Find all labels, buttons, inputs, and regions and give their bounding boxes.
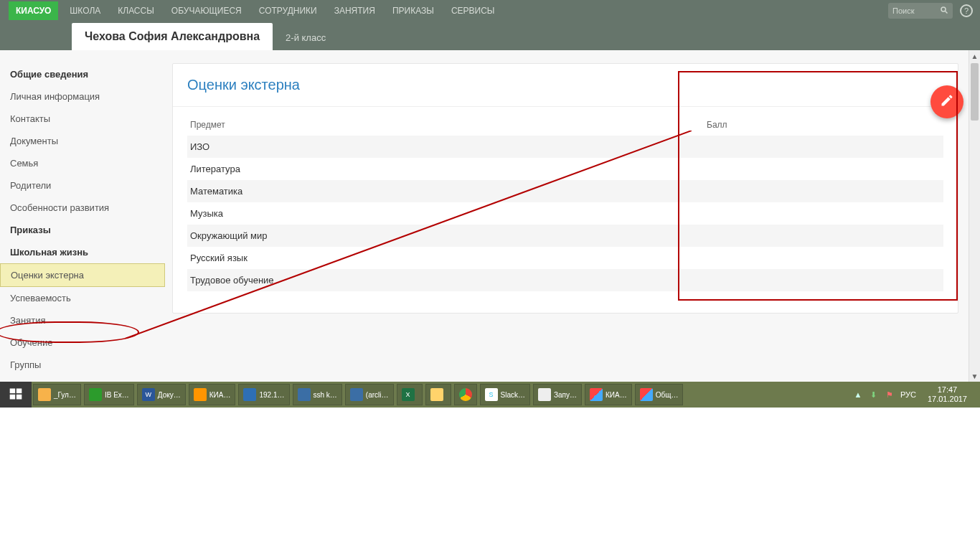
cell-subject: Трудовое обучение <box>190 275 941 286</box>
taskbar-item[interactable]: КИА… <box>189 384 236 405</box>
taskbar-label: Общ… <box>656 391 679 399</box>
search-icon <box>940 6 948 16</box>
cell-subject: Окружающий мир <box>190 230 941 241</box>
top-navbar: КИАСУО ШКОЛА КЛАССЫ ОБУЧАЮЩИЕСЯ СОТРУДНИ… <box>0 0 980 22</box>
sidebar-section-school-life: Школьная жизнь <box>0 241 165 263</box>
scroll-thumb[interactable] <box>971 63 979 121</box>
taskbar-item[interactable]: Запу… <box>533 384 582 405</box>
taskbar-label: КИА… <box>209 391 231 399</box>
taskbar-label: Доку… <box>158 391 181 399</box>
rdp-icon <box>243 388 256 401</box>
taskbar-item[interactable]: (arcli… <box>345 384 394 405</box>
sidebar: Общие сведения Личная информация Контакт… <box>0 50 165 382</box>
nav-students[interactable]: ОБУЧАЮЩИЕСЯ <box>171 6 242 16</box>
taskbar-item[interactable]: X <box>397 384 423 405</box>
explorer-icon <box>430 388 443 401</box>
chrome-icon <box>459 388 472 401</box>
svg-line-1 <box>946 11 948 14</box>
firefox-icon <box>194 388 207 401</box>
search-input[interactable]: Поиск <box>888 3 953 19</box>
col-score-header: Балл <box>707 120 727 130</box>
table-row: Литература <box>187 158 943 180</box>
slack-icon: S <box>485 388 498 401</box>
sidebar-section-general: Общие сведения <box>0 63 165 85</box>
card-title: Оценки экстерна <box>173 64 958 107</box>
svg-rect-4 <box>17 389 22 394</box>
tray-download-icon[interactable]: ⬇ <box>869 390 879 400</box>
taskbar-label: КИА… <box>606 391 627 399</box>
taskbar-item[interactable]: КИА… <box>585 384 632 405</box>
taskbar-item[interactable]: _Гул… <box>33 384 81 405</box>
sidebar-item-documents[interactable]: Документы <box>0 130 165 152</box>
taskbar-clock[interactable]: 17:47 17.01.2017 <box>922 385 973 404</box>
svg-rect-5 <box>10 395 16 400</box>
student-name-tab[interactable]: Чехова София Александровна <box>72 23 273 50</box>
app-logo: КИАСУО <box>9 1 58 20</box>
sidebar-item-study[interactable]: Обучение <box>0 331 165 354</box>
nav-staff[interactable]: СОТРУДНИКИ <box>259 6 317 16</box>
pencil-icon <box>940 93 954 110</box>
svg-rect-6 <box>17 395 22 400</box>
sidebar-item-personal[interactable]: Личная информация <box>0 85 165 108</box>
table-row: Трудовое обучение <box>187 269 943 291</box>
sidebar-item-progress[interactable]: Успеваемость <box>0 287 165 309</box>
app-icon <box>590 388 603 401</box>
taskbar-item[interactable]: Общ… <box>635 384 684 405</box>
vertical-scrollbar[interactable]: ▲ ▼ <box>969 50 980 382</box>
table-header: Предмет Балл <box>187 114 943 136</box>
sidebar-item-parents[interactable]: Родители <box>0 174 165 197</box>
clock-time: 17:47 <box>928 385 967 395</box>
table-row: Музыка <box>187 202 943 225</box>
cell-subject: Математика <box>190 186 941 197</box>
cell-subject: ИЗО <box>190 141 941 152</box>
taskbar-item[interactable]: SSlack… <box>480 384 530 405</box>
scroll-down-icon[interactable]: ▼ <box>969 370 980 382</box>
sidebar-item-lessons[interactable]: Занятия <box>0 309 165 331</box>
nav-lessons[interactable]: ЗАНЯТИЯ <box>334 6 375 16</box>
help-icon[interactable]: ? <box>960 4 973 17</box>
taskbar-item[interactable]: WДоку… <box>137 384 186 405</box>
scroll-up-icon[interactable]: ▲ <box>969 50 980 62</box>
table-row: Окружающий мир <box>187 225 943 247</box>
outlook-icon <box>38 388 51 401</box>
ssh-icon <box>298 388 311 401</box>
kiasuo-icon <box>538 388 551 401</box>
language-indicator[interactable]: РУС <box>900 390 916 399</box>
table-row: ИЗО <box>187 136 943 158</box>
sidebar-item-family[interactable]: Семья <box>0 152 165 174</box>
taskbar-item[interactable]: ssh k… <box>293 384 342 405</box>
table-row: Русский язык <box>187 247 943 269</box>
word-icon: W <box>142 388 155 401</box>
sidebar-section-orders: Приказы <box>0 219 165 241</box>
tray-arrow-icon[interactable]: ▲ <box>853 390 863 400</box>
sub-header: Чехова София Александровна 2-й класс <box>0 22 980 50</box>
sidebar-item-contacts[interactable]: Контакты <box>0 108 165 130</box>
tray-flag-icon[interactable]: ⚑ <box>885 390 895 400</box>
top-nav: ШКОЛА КЛАССЫ ОБУЧАЮЩИЕСЯ СОТРУДНИКИ ЗАНЯ… <box>70 6 494 16</box>
class-tab[interactable]: 2-й класс <box>273 25 339 50</box>
taskbar-label: ssh k… <box>314 391 337 399</box>
taskbar-item[interactable]: 192.1… <box>238 384 289 405</box>
nav-school[interactable]: ШКОЛА <box>70 6 100 16</box>
col-subject-header: Предмет <box>190 120 707 130</box>
main-area: Общие сведения Личная информация Контакт… <box>0 50 980 382</box>
taskbar-item[interactable] <box>454 384 477 405</box>
taskbar-label: IB Ex… <box>105 391 129 399</box>
taskbar-label: (arcli… <box>366 391 389 399</box>
taskbar-label: 192.1… <box>259 391 284 399</box>
nav-services[interactable]: СЕРВИСЫ <box>451 6 495 16</box>
edit-fab-button[interactable] <box>930 85 963 118</box>
nav-orders[interactable]: ПРИКАЗЫ <box>392 6 434 16</box>
taskbar-label: _Гул… <box>54 391 76 399</box>
sidebar-item-extern-grades[interactable]: Оценки экстерна <box>0 263 165 287</box>
sidebar-item-develop[interactable]: Особенности развития <box>0 197 165 219</box>
app-icon <box>640 388 653 401</box>
grades-card: Оценки экстерна Предмет Балл ИЗО Литерат… <box>172 63 958 314</box>
nav-classes[interactable]: КЛАССЫ <box>118 6 154 16</box>
sidebar-item-groups[interactable]: Группы <box>0 354 165 376</box>
excel-icon: X <box>402 388 415 401</box>
table-row: Математика <box>187 180 943 202</box>
start-button[interactable] <box>0 382 32 408</box>
taskbar-item[interactable] <box>425 384 451 405</box>
taskbar-item[interactable]: IB Ex… <box>84 384 134 405</box>
